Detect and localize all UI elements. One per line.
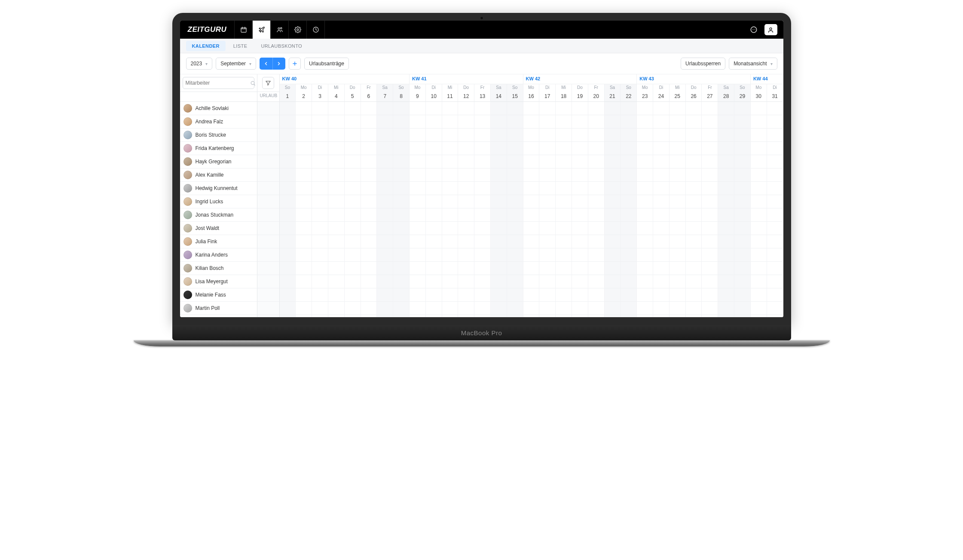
calendar-cell[interactable]: [296, 182, 312, 195]
calendar-cell[interactable]: [702, 168, 718, 182]
calendar-cell[interactable]: [653, 195, 670, 208]
calendar-cell[interactable]: [507, 115, 523, 129]
urlaubssperren-button[interactable]: Urlaubssperren: [681, 58, 725, 70]
calendar-cell[interactable]: [328, 115, 345, 129]
calendar-cell[interactable]: [556, 168, 572, 182]
calendar-cell[interactable]: [767, 208, 783, 222]
calendar-cell[interactable]: [653, 208, 670, 222]
calendar-cell[interactable]: [361, 315, 377, 317]
calendar-cell[interactable]: [670, 275, 686, 288]
nav-vacation[interactable]: [253, 21, 271, 39]
calendar-cell[interactable]: [458, 262, 474, 275]
calendar-cell[interactable]: [605, 248, 621, 262]
calendar-cell[interactable]: [637, 168, 653, 182]
calendar-cell[interactable]: [621, 315, 637, 317]
calendar-cell[interactable]: [653, 235, 670, 248]
calendar-cell[interactable]: [686, 262, 702, 275]
calendar-cell[interactable]: [458, 155, 474, 168]
calendar-cell[interactable]: [556, 288, 572, 302]
calendar-cell[interactable]: [523, 248, 540, 262]
calendar-cell[interactable]: [474, 288, 491, 302]
calendar-cell[interactable]: [539, 155, 556, 168]
calendar-cell[interactable]: [653, 302, 670, 315]
calendar-cell[interactable]: [621, 142, 637, 155]
calendar-cell[interactable]: [767, 142, 783, 155]
calendar-cell[interactable]: [605, 102, 621, 115]
calendar-cell[interactable]: [588, 315, 605, 317]
calendar-cell[interactable]: [312, 315, 328, 317]
calendar-cell[interactable]: [361, 222, 377, 235]
calendar-cell[interactable]: [442, 222, 459, 235]
calendar-cell[interactable]: [474, 168, 491, 182]
calendar-cell[interactable]: [621, 235, 637, 248]
calendar-cell[interactable]: [458, 248, 474, 262]
calendar-cell[interactable]: [751, 155, 767, 168]
calendar-cell[interactable]: [491, 142, 507, 155]
calendar-cell[interactable]: [393, 315, 410, 317]
calendar-cell[interactable]: [670, 302, 686, 315]
calendar-cell[interactable]: [410, 222, 426, 235]
employee-row[interactable]: Andrea Falz: [180, 115, 257, 129]
calendar-cell[interactable]: [312, 302, 328, 315]
calendar-cell[interactable]: [410, 182, 426, 195]
calendar-cell[interactable]: [686, 168, 702, 182]
calendar-cell[interactable]: [523, 302, 540, 315]
calendar-cell[interactable]: [328, 222, 345, 235]
calendar-cell[interactable]: [734, 262, 751, 275]
calendar-cell[interactable]: [605, 115, 621, 129]
calendar-cell[interactable]: [345, 195, 361, 208]
calendar-cell[interactable]: [670, 208, 686, 222]
calendar-cell[interactable]: [702, 275, 718, 288]
calendar-cell[interactable]: [377, 275, 393, 288]
calendar-cell[interactable]: [556, 235, 572, 248]
calendar-cell[interactable]: [686, 155, 702, 168]
calendar-cell[interactable]: [280, 288, 296, 302]
calendar-cell[interactable]: [556, 248, 572, 262]
calendar-cell[interactable]: [605, 195, 621, 208]
calendar-cell[interactable]: [670, 142, 686, 155]
calendar-cell[interactable]: [377, 168, 393, 182]
calendar-cell[interactable]: [621, 182, 637, 195]
calendar-cell[interactable]: [523, 208, 540, 222]
calendar-cell[interactable]: [751, 275, 767, 288]
calendar-cell[interactable]: [474, 302, 491, 315]
calendar-cell[interactable]: [507, 195, 523, 208]
calendar-cell[interactable]: [734, 235, 751, 248]
calendar-cell[interactable]: [491, 288, 507, 302]
calendar-cell[interactable]: [637, 248, 653, 262]
calendar-cell[interactable]: [605, 222, 621, 235]
calendar-cell[interactable]: [572, 142, 588, 155]
calendar-cell[interactable]: [702, 195, 718, 208]
employee-search[interactable]: [183, 77, 254, 89]
calendar-cell[interactable]: [507, 208, 523, 222]
calendar-cell[interactable]: [312, 208, 328, 222]
calendar-cell[interactable]: [523, 222, 540, 235]
calendar-cell[interactable]: [588, 168, 605, 182]
calendar-cell[interactable]: [507, 102, 523, 115]
calendar-cell[interactable]: [312, 102, 328, 115]
calendar-cell[interactable]: [621, 155, 637, 168]
calendar-cell[interactable]: [637, 102, 653, 115]
calendar-cell[interactable]: [458, 235, 474, 248]
employee-search-input[interactable]: [186, 80, 250, 86]
calendar-cell[interactable]: [702, 262, 718, 275]
calendar-cell[interactable]: [556, 142, 572, 155]
calendar-cell[interactable]: [442, 195, 459, 208]
calendar-cell[interactable]: [474, 155, 491, 168]
calendar-cell[interactable]: [670, 262, 686, 275]
calendar-cell[interactable]: [328, 208, 345, 222]
calendar-cell[interactable]: [507, 315, 523, 317]
next-month-button[interactable]: [272, 58, 285, 70]
prev-month-button[interactable]: [260, 58, 272, 70]
employee-row[interactable]: Karina Anders: [180, 248, 257, 262]
calendar-cell[interactable]: [491, 208, 507, 222]
calendar-cell[interactable]: [507, 222, 523, 235]
calendar-cell[interactable]: [312, 195, 328, 208]
calendar-cell[interactable]: [296, 129, 312, 142]
calendar-cell[interactable]: [458, 195, 474, 208]
calendar-cell[interactable]: [442, 275, 459, 288]
calendar-cell[interactable]: [734, 129, 751, 142]
calendar-cell[interactable]: [491, 235, 507, 248]
calendar-cell[interactable]: [572, 288, 588, 302]
calendar-cell[interactable]: [572, 168, 588, 182]
